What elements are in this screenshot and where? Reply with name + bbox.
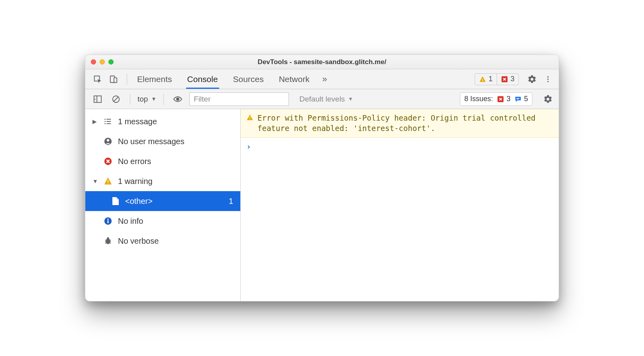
console-output: ! Error with Permissions-Policy header: … xyxy=(241,109,559,301)
svg-point-27 xyxy=(107,237,109,240)
more-tabs-icon[interactable]: » xyxy=(318,72,332,86)
expand-icon: ▶ xyxy=(92,118,98,125)
sidebar-item-count: 1 xyxy=(229,197,233,206)
warning-icon: ! xyxy=(246,114,253,121)
tab-network[interactable]: Network xyxy=(278,70,311,89)
console-prompt[interactable]: › xyxy=(241,138,559,155)
clear-console-icon[interactable] xyxy=(109,92,123,106)
errors-count: 3 xyxy=(510,75,514,83)
levels-label: Default levels xyxy=(299,95,345,104)
collapse-icon: ▼ xyxy=(92,178,98,184)
file-icon xyxy=(112,196,120,206)
svg-rect-25 xyxy=(108,220,109,223)
dropdown-icon: ▼ xyxy=(348,96,353,102)
sidebar-item-label: No errors xyxy=(118,157,151,166)
separator xyxy=(127,74,127,85)
info-icon xyxy=(104,217,112,225)
main-area: ▶ 1 message No user messages No errors ▼… xyxy=(85,109,559,301)
sidebar-item-label: No info xyxy=(118,217,143,226)
user-icon xyxy=(104,137,112,146)
bug-icon xyxy=(104,237,112,245)
console-toolbar: top ▼ Default levels ▼ 8 Issues: 3 5 xyxy=(85,89,559,109)
status-badge-box[interactable]: ! 1 3 xyxy=(475,73,519,85)
settings-icon[interactable] xyxy=(525,72,539,86)
toggle-sidebar-icon[interactable] xyxy=(91,92,104,106)
svg-text:!: ! xyxy=(107,179,109,185)
errors-badge[interactable]: 3 xyxy=(497,74,518,85)
console-settings-icon[interactable] xyxy=(541,92,555,106)
devtools-tabs-bar: Elements Console Sources Network » ! 1 3 xyxy=(85,69,559,89)
sidebar-user-messages[interactable]: No user messages xyxy=(85,131,240,151)
sidebar-item-label: No user messages xyxy=(118,137,185,146)
sidebar-item-label: No verbose xyxy=(118,237,159,246)
log-levels-selector[interactable]: Default levels ▼ xyxy=(299,95,353,104)
console-message-text: Error with Permissions-Policy header: Or… xyxy=(257,113,553,133)
sidebar-other[interactable]: <other> 1 xyxy=(85,191,240,211)
sidebar-item-label: <other> xyxy=(125,197,153,206)
sidebar-item-label: 1 warning xyxy=(118,177,153,186)
filter-input[interactable] xyxy=(189,92,289,106)
tab-sources[interactable]: Sources xyxy=(232,70,265,89)
issues-errors: 3 xyxy=(497,95,510,103)
sidebar-verbose[interactable]: No verbose xyxy=(85,231,240,251)
device-toggle-icon[interactable] xyxy=(107,72,120,86)
svg-point-17 xyxy=(104,121,106,122)
svg-point-20 xyxy=(107,139,109,141)
sidebar-messages[interactable]: ▶ 1 message xyxy=(85,111,240,131)
error-icon xyxy=(104,157,112,166)
warnings-count: 1 xyxy=(489,75,493,83)
svg-point-7 xyxy=(547,81,548,82)
svg-point-5 xyxy=(547,76,548,77)
svg-point-24 xyxy=(107,219,108,220)
svg-point-12 xyxy=(176,98,179,101)
svg-line-11 xyxy=(114,97,118,101)
kebab-menu-icon[interactable] xyxy=(541,72,555,86)
context-label: top xyxy=(137,95,148,104)
titlebar: DevTools - samesite-sandbox.glitch.me/ xyxy=(85,55,559,69)
sidebar-item-label: 1 message xyxy=(118,117,157,126)
sidebar-warnings[interactable]: ▼ ! 1 warning xyxy=(85,171,240,191)
svg-point-6 xyxy=(547,78,548,80)
error-icon xyxy=(497,96,504,103)
dropdown-icon: ▼ xyxy=(151,96,156,102)
live-expression-icon[interactable] xyxy=(171,92,185,106)
issues-label: 8 Issues: xyxy=(464,95,493,103)
sidebar-info[interactable]: No info xyxy=(85,211,240,231)
separator xyxy=(130,94,130,105)
svg-point-18 xyxy=(104,123,106,124)
svg-point-16 xyxy=(104,119,106,120)
issues-button[interactable]: 8 Issues: 3 5 xyxy=(460,92,532,106)
tab-console[interactable]: Console xyxy=(186,70,219,89)
inspect-element-icon[interactable] xyxy=(91,72,104,86)
list-icon xyxy=(104,117,112,126)
tabs: Elements Console Sources Network xyxy=(136,70,311,89)
issues-messages: 5 xyxy=(514,95,528,103)
console-warning-row[interactable]: ! Error with Permissions-Policy header: … xyxy=(241,109,559,138)
tab-elements[interactable]: Elements xyxy=(136,70,173,89)
devtools-window: DevTools - samesite-sandbox.glitch.me/ E… xyxy=(85,55,559,301)
context-selector[interactable]: top ▼ xyxy=(137,95,156,104)
warning-icon: ! xyxy=(479,76,486,83)
svg-rect-2 xyxy=(114,78,117,82)
console-sidebar: ▶ 1 message No user messages No errors ▼… xyxy=(85,109,241,301)
separator xyxy=(163,94,164,105)
error-icon xyxy=(501,76,508,83)
svg-text:!: ! xyxy=(249,116,251,120)
svg-text:!: ! xyxy=(482,77,483,82)
window-title: DevTools - samesite-sandbox.glitch.me/ xyxy=(85,58,559,66)
sidebar-errors[interactable]: No errors xyxy=(85,151,240,171)
warnings-badge[interactable]: ! 1 xyxy=(475,74,497,85)
warning-icon: ! xyxy=(104,177,112,186)
message-icon xyxy=(514,96,522,103)
